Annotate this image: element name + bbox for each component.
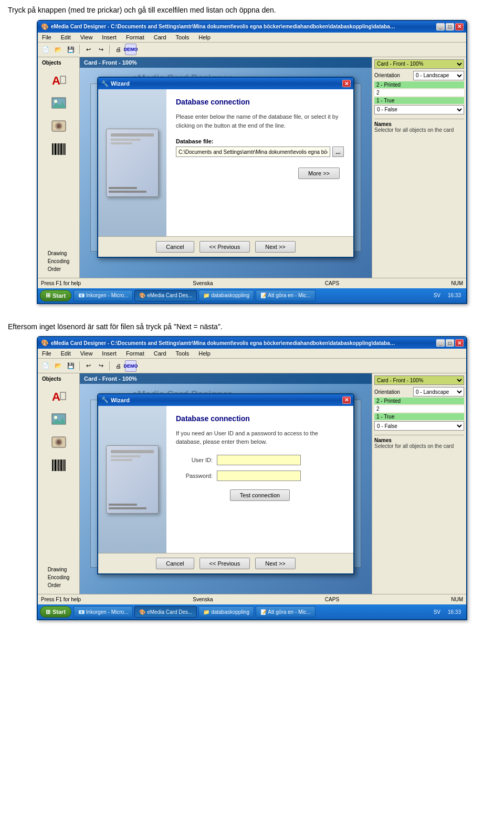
taskbar-item-db-2[interactable]: 📁 databaskoppling <box>198 606 254 618</box>
wizard-cancel-btn-2[interactable]: Cancel <box>156 558 194 569</box>
menu-view-2[interactable]: View <box>78 350 95 357</box>
menu-insert-2[interactable]: Insert <box>100 350 119 357</box>
tb-open-2[interactable]: 📂 <box>52 360 64 372</box>
false-select-2[interactable]: 0 - False <box>374 421 464 431</box>
sidebar-order[interactable]: Order <box>48 265 70 273</box>
wizard-previous-btn-2[interactable]: << Previous <box>200 558 250 569</box>
menu-insert-1[interactable]: Insert <box>100 34 119 41</box>
tb-demo-1[interactable]: DEMO <box>125 44 136 55</box>
menu-tools-2[interactable]: Tools <box>174 350 192 357</box>
orientation-select-2[interactable]: 0 - Landscape <box>413 387 464 396</box>
sidebar-encoding[interactable]: Encoding <box>48 257 70 265</box>
start-button-1[interactable]: ⊞ Start <box>40 290 71 301</box>
tb-save-2[interactable]: 💾 <box>65 360 77 372</box>
sidebar-image-tool[interactable] <box>45 92 72 114</box>
tb-demo-2[interactable]: DEMO <box>125 360 136 372</box>
lang-select-2[interactable]: Svenska <box>193 597 213 602</box>
tb-redo-1[interactable]: ↪ <box>95 44 107 55</box>
titlebar-1: 🎨 eMedia Card Designer - C:\Documents an… <box>38 21 466 33</box>
minimize-btn-2[interactable]: _ <box>436 339 445 347</box>
sidebar-text-tool-2[interactable]: A <box>45 385 72 407</box>
wizard-dialog-title-1: Database connection <box>176 98 344 106</box>
userid-row: User ID: <box>176 455 344 465</box>
sidebar-barcode-tool[interactable] <box>45 138 72 160</box>
taskbar-item-inbox[interactable]: 📧 Inkorgen - Micro... <box>74 290 133 301</box>
wizard-browse-btn-1[interactable]: ... <box>332 147 344 157</box>
taskbar-item-att-2[interactable]: 📝 Att göra en - Mic... <box>256 606 316 618</box>
menu-file-1[interactable]: File <box>40 34 54 41</box>
svg-rect-31 <box>59 459 60 471</box>
test-connection-btn[interactable]: Test connection <box>230 489 290 501</box>
svg-rect-12 <box>58 143 59 155</box>
tb-redo-2[interactable]: ↪ <box>95 360 107 372</box>
sidebar-footer-2: Drawing Encoding Order <box>45 563 73 591</box>
sidebar-photo-tool[interactable] <box>45 115 72 137</box>
right-panel-2: Card - Front - 100% Orientation 0 - Land… <box>372 373 466 594</box>
names-desc-1: Selector for all objects on the card <box>374 127 464 133</box>
taskbar-item-inbox-2[interactable]: 📧 Inkorgen - Micro... <box>74 606 133 618</box>
menu-format-2[interactable]: Format <box>124 350 146 357</box>
taskbar-item-att[interactable]: 📝 Att göra en - Mic... <box>256 290 316 301</box>
menu-card-1[interactable]: Card <box>152 34 169 41</box>
wizard-description-2: If you need an User ID and a password to… <box>176 429 344 446</box>
card-face-select-2[interactable]: Card - Front - 100% <box>374 375 464 385</box>
menu-edit-1[interactable]: Edit <box>59 34 73 41</box>
false-select-1[interactable]: 0 - False <box>374 105 464 114</box>
wizard-db-path-input[interactable] <box>176 147 330 157</box>
tb-print-1[interactable]: 🖨 <box>112 44 124 55</box>
taskbar-item-emedia-2[interactable]: 🎨 eMedia Card Des... <box>134 606 197 618</box>
sidebar-encoding-2[interactable]: Encoding <box>48 573 70 581</box>
wizard-next-btn-2[interactable]: Next >> <box>255 558 296 569</box>
caps-indicator-2: CAPS <box>325 597 339 602</box>
userid-input[interactable] <box>217 455 301 465</box>
menu-help-2[interactable]: Help <box>196 350 213 357</box>
taskbar-item-db[interactable]: 📁 databaskoppling <box>198 290 254 301</box>
sidebar-barcode-tool-2[interactable] <box>45 454 72 476</box>
minimize-btn-1[interactable]: _ <box>436 23 445 30</box>
wizard-image-panel-2 <box>98 406 166 553</box>
maximize-btn-2[interactable]: □ <box>446 339 454 347</box>
wizard-more-btn[interactable]: More >> <box>298 168 340 179</box>
tb-open-1[interactable]: 📂 <box>52 44 64 55</box>
svg-rect-34 <box>64 459 65 471</box>
menu-help-1[interactable]: Help <box>196 34 213 41</box>
tb-save-1[interactable]: 💾 <box>65 44 77 55</box>
wizard-overlay-2: 🔧 Wizard ✕ <box>80 373 372 594</box>
menu-file-2[interactable]: File <box>40 350 54 357</box>
tb-undo-1[interactable]: ↩ <box>82 44 94 55</box>
close-btn-1[interactable]: ✕ <box>455 23 464 30</box>
taskbar-item-emedia[interactable]: 🎨 eMedia Card Des... <box>134 290 197 301</box>
svg-rect-9 <box>54 143 54 155</box>
sidebar-drawing-2[interactable]: Drawing <box>48 566 70 573</box>
menu-view-1[interactable]: View <box>78 34 95 41</box>
maximize-btn-1[interactable]: □ <box>446 23 454 30</box>
tb-new-1[interactable]: 📄 <box>40 44 51 55</box>
wizard-previous-btn-1[interactable]: << Previous <box>200 241 250 253</box>
tb-print-2[interactable]: 🖨 <box>112 360 124 372</box>
menu-format-1[interactable]: Format <box>124 34 146 41</box>
sidebar-image-tool-2[interactable] <box>45 408 72 430</box>
wizard-close-1[interactable]: ✕ <box>342 80 351 87</box>
tb-new-2[interactable]: 📄 <box>40 360 51 372</box>
menu-card-2[interactable]: Card <box>152 350 169 357</box>
tb-undo-2[interactable]: ↩ <box>82 360 94 372</box>
taskbar-clock-2: 16:33 <box>445 609 464 615</box>
menu-tools-1[interactable]: Tools <box>174 34 192 41</box>
photo-tool-icon <box>51 118 67 134</box>
card-line-7 <box>111 455 141 457</box>
menu-edit-2[interactable]: Edit <box>59 350 73 357</box>
wizard-close-2[interactable]: ✕ <box>342 396 351 404</box>
svg-rect-17 <box>65 143 66 155</box>
card-face-select[interactable]: Card - Front - 100% <box>374 59 464 69</box>
sidebar-photo-tool-2[interactable] <box>45 431 72 453</box>
lang-select-1[interactable]: Svenska <box>193 280 213 286</box>
wizard-next-btn-1[interactable]: Next >> <box>255 241 296 253</box>
orientation-select[interactable]: 0 - Landscape <box>413 71 464 80</box>
sidebar-drawing[interactable]: Drawing <box>48 249 70 257</box>
close-btn-2[interactable]: ✕ <box>455 339 464 347</box>
password-input[interactable] <box>217 471 301 481</box>
sidebar-order-2[interactable]: Order <box>48 581 70 589</box>
wizard-cancel-btn-1[interactable]: Cancel <box>156 241 194 253</box>
start-button-2[interactable]: ⊞ Start <box>40 606 71 618</box>
sidebar-text-tool[interactable]: A <box>45 69 72 91</box>
